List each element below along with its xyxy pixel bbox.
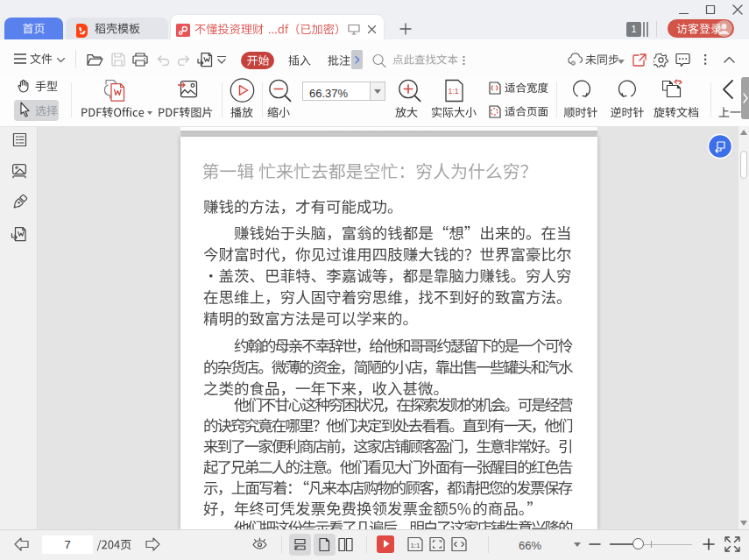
- svg-text:1:1: 1:1: [410, 542, 420, 549]
- svg-text:1:1: 1:1: [449, 87, 459, 96]
